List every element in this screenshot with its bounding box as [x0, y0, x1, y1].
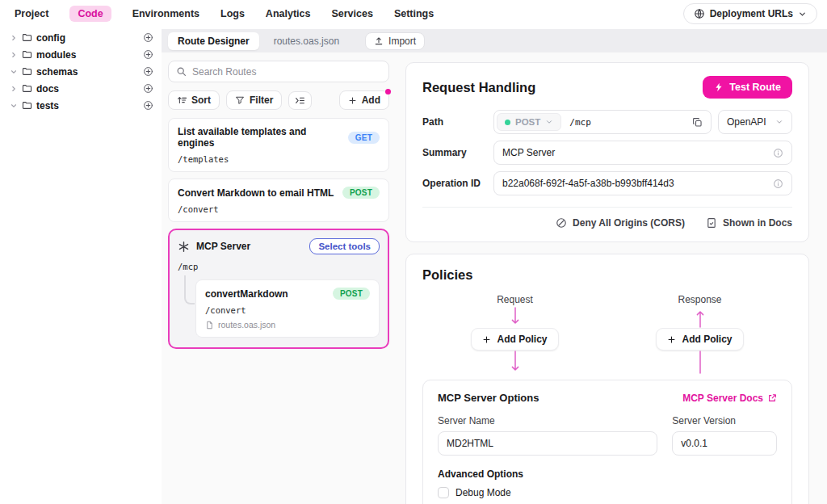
summary-label: Summary: [422, 147, 493, 158]
deployment-urls-label: Deployment URLs: [710, 8, 793, 19]
operation-id-row: Operation ID: [422, 171, 792, 195]
plus-icon: [348, 96, 357, 105]
sort-button[interactable]: Sort: [168, 90, 220, 110]
file-tree-sidebar: config modules schemas docs tests: [0, 29, 162, 504]
path-row: Path POST /mcp OpenAPI: [422, 110, 792, 134]
route-card-templates[interactable]: List available templates and engines GET…: [168, 118, 389, 172]
collapse-panel-icon: [295, 95, 305, 106]
add-response-policy-button[interactable]: Add Policy: [656, 328, 743, 351]
info-icon[interactable]: [773, 178, 783, 189]
route-path: /templates: [178, 154, 380, 164]
search-routes-input[interactable]: [192, 66, 381, 78]
server-version-label: Server Version: [672, 415, 777, 426]
tree-item-config[interactable]: config: [0, 29, 162, 46]
advanced-options-label: Advanced Options: [438, 468, 777, 480]
chevron-down-icon: [775, 118, 783, 126]
tab-routes-oas-json[interactable]: routes.oas.json: [266, 32, 347, 50]
top-nav: Project Code Environments Logs Analytics…: [0, 0, 827, 27]
mcp-icon: [178, 241, 190, 253]
routes-panel: Sort Filter Add: [162, 52, 396, 504]
mcp-group-title: MCP Server: [196, 241, 250, 252]
request-handling-title: Request Handling: [422, 80, 535, 95]
operation-id-field: [493, 171, 792, 195]
deployment-urls-button[interactable]: Deployment URLs: [683, 3, 817, 24]
spec-format-select[interactable]: OpenAPI: [718, 110, 792, 134]
main-area: Route Designer routes.oas.json Import So…: [162, 29, 827, 504]
filter-icon: [235, 95, 245, 105]
method-status-dot: [505, 120, 510, 125]
server-fields-row: Server Name Server Version: [438, 415, 777, 456]
chevron-down-icon: [10, 102, 18, 110]
add-request-policy-button[interactable]: Add Policy: [471, 328, 558, 351]
plus-circle-icon[interactable]: [143, 66, 153, 77]
nav-analytics[interactable]: Analytics: [266, 8, 311, 19]
mcp-server-options-card: MCP Server Options MCP Server Docs Serve…: [422, 380, 792, 504]
path-value-input[interactable]: /mcp: [561, 117, 686, 128]
route-card-convert[interactable]: Convert Markdown to email HTML POST /con…: [168, 178, 389, 222]
import-label: Import: [388, 36, 416, 47]
summary-input[interactable]: [502, 147, 773, 158]
app-window: Project Code Environments Logs Analytics…: [0, 0, 827, 504]
sort-label: Sort: [191, 94, 211, 106]
import-button[interactable]: Import: [365, 32, 425, 50]
search-routes-box[interactable]: [168, 61, 389, 82]
lightning-icon: [714, 82, 724, 92]
tree-item-modules[interactable]: modules: [0, 46, 162, 63]
nav-project[interactable]: Project: [15, 8, 48, 19]
route-card-convertmarkdown[interactable]: convertMarkdown POST /convert routes.oas…: [195, 279, 380, 338]
tree-item-docs[interactable]: docs: [0, 80, 162, 97]
copy-icon[interactable]: [686, 117, 708, 128]
plus-circle-icon[interactable]: [143, 32, 153, 43]
method-select[interactable]: POST: [497, 113, 561, 131]
select-tools-button[interactable]: Select tools: [309, 238, 380, 254]
response-policy-column: Response Add Policy: [607, 294, 792, 375]
sort-icon: [177, 95, 187, 105]
server-version-input[interactable]: [672, 431, 777, 456]
mcp-server-group-selected[interactable]: MCP Server Select tools /mcp convertMark…: [168, 229, 389, 349]
tree-item-schemas[interactable]: schemas: [0, 63, 162, 80]
policies-card: Policies Request Add Policy: [405, 254, 809, 504]
folder-icon: [22, 66, 32, 77]
spec-format-value: OpenAPI: [727, 116, 766, 128]
filter-button[interactable]: Filter: [226, 90, 282, 110]
server-name-input[interactable]: [438, 431, 657, 456]
flow-line: [695, 351, 706, 375]
server-name-label: Server Name: [438, 415, 657, 426]
test-route-button[interactable]: Test Route: [703, 76, 792, 99]
file-icon: [205, 321, 214, 330]
mcp-group-path: /mcp: [178, 262, 380, 271]
external-link-icon: [767, 393, 777, 403]
method-badge-post: POST: [333, 288, 370, 300]
folder-icon: [22, 32, 32, 43]
folder-icon: [22, 49, 32, 60]
request-handling-card: Request Handling Test Route Path POST: [405, 62, 809, 242]
nav-code[interactable]: Code: [69, 6, 111, 22]
nav-environments[interactable]: Environments: [132, 8, 199, 19]
chevron-right-icon: [10, 85, 18, 93]
plus-circle-icon[interactable]: [143, 100, 153, 111]
plus-circle-icon[interactable]: [143, 83, 153, 94]
shown-in-docs-setting[interactable]: Shown in Docs: [706, 217, 792, 229]
nav-services[interactable]: Services: [331, 8, 372, 19]
info-icon[interactable]: [773, 148, 783, 158]
route-file-ref[interactable]: routes.oas.json: [205, 320, 370, 330]
debug-mode-checkbox[interactable]: [438, 487, 449, 498]
search-icon: [176, 66, 187, 77]
plus-icon: [482, 335, 491, 344]
operation-id-input[interactable]: [502, 178, 773, 189]
nav-settings[interactable]: Settings: [394, 8, 434, 19]
mcp-server-docs-link[interactable]: MCP Server Docs: [682, 393, 777, 404]
route-file-ref-label: routes.oas.json: [218, 320, 275, 330]
debug-mode-row: Debug Mode: [438, 487, 777, 498]
add-route-button[interactable]: Add: [339, 90, 389, 110]
route-path: /convert: [205, 305, 370, 315]
tree-item-tests[interactable]: tests: [0, 97, 162, 114]
shown-in-docs-label: Shown in Docs: [723, 217, 792, 229]
tab-route-designer[interactable]: Route Designer: [168, 32, 259, 50]
globe-icon: [694, 8, 705, 19]
collapse-panel-button[interactable]: [288, 91, 312, 110]
nav-logs[interactable]: Logs: [220, 8, 245, 19]
routes-toolbar: Sort Filter Add: [168, 90, 389, 110]
cors-setting[interactable]: Deny All Origins (CORS): [556, 217, 685, 229]
plus-circle-icon[interactable]: [143, 49, 153, 60]
